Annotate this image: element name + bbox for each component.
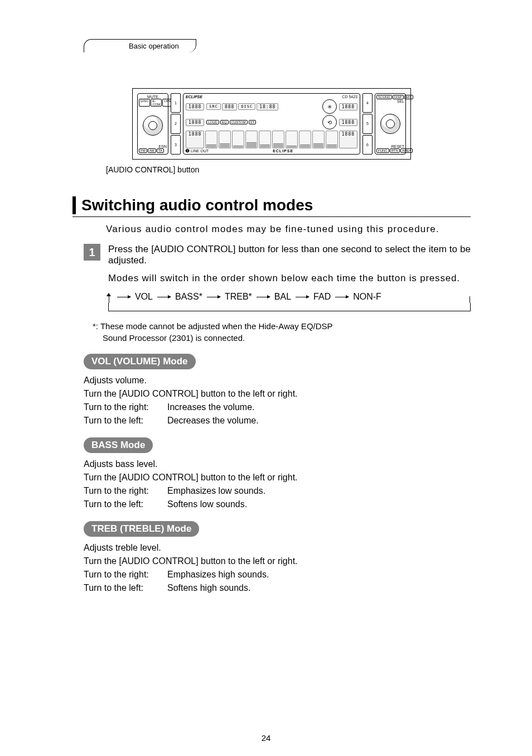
footnote: *: These mode cannot be adjusted when th…	[93, 320, 471, 344]
ta-button: TA	[157, 148, 164, 153]
model-number: CD 5423	[342, 95, 357, 99]
am-button: AM	[148, 148, 156, 153]
flow-fad: FAD	[313, 292, 331, 302]
func-button: FUNC	[376, 148, 389, 153]
lcd-right-2: 1888	[339, 119, 357, 126]
treb-right-label: Turn to the right:	[84, 568, 167, 581]
bass-left-value: Softens low sounds.	[167, 498, 247, 511]
rtn-button: RTN	[390, 148, 400, 153]
sun-icon: ✳	[322, 99, 337, 114]
treb-left-value: Softens high sounds.	[167, 581, 250, 595]
treb-turn: Turn the [AUDIO CONTROL] button to the l…	[84, 555, 471, 568]
lcd-time: 18:88	[257, 103, 278, 110]
sound-button: SOUND	[376, 95, 392, 99]
arrow-icon	[157, 297, 171, 297]
treb-mode-body: Adjusts treble level. Turn the [AUDIO CO…	[84, 541, 471, 595]
lcd-left-3: 1888	[186, 131, 204, 148]
esn-label: ESN	[139, 145, 167, 148]
preset-1: 1	[171, 93, 181, 113]
ecom-button: E-COM	[151, 99, 162, 107]
vol-left-label: Turn to the left:	[84, 414, 167, 427]
reset-label: RESET	[376, 145, 404, 148]
tag-custom: CUSTOM	[230, 120, 248, 124]
tag-st: ST	[249, 120, 257, 124]
vol-left-value: Decreases the volume.	[167, 414, 259, 427]
flow-return-line	[108, 303, 471, 311]
fm-button: FM	[139, 148, 147, 153]
vol-mode-title: VOL (VOLUME) Mode	[84, 354, 196, 369]
preset-3: 3	[171, 135, 181, 155]
section-intro: Various audio control modes may be fine-…	[106, 224, 471, 235]
tag-loud: LOUD	[206, 120, 219, 124]
treb-mode-title: TREB (TREBLE) Mode	[84, 521, 199, 537]
diagram-caption: [AUDIO CONTROL] button	[106, 165, 471, 174]
step-1: 1 Press the [AUDIO CONTROL] button for l…	[84, 244, 471, 266]
vol-adjusts: Adjusts volume.	[84, 374, 471, 387]
lcd-left-2: 1888	[186, 119, 204, 126]
treb-adjusts: Adjusts treble level.	[84, 541, 471, 555]
flow-bal: BAL	[274, 292, 291, 302]
bass-turn: Turn the [AUDIO CONTROL] button to the l…	[84, 471, 471, 484]
mute-label: MUTE	[139, 95, 167, 99]
vol-right-label: Turn to the right:	[84, 401, 167, 414]
page-number: 24	[0, 733, 532, 743]
center-panel: ECLIPSE CD 5423 1888 SRC 888 DISC 18:88 …	[183, 93, 360, 155]
arrow-up-icon	[107, 293, 111, 296]
bass-right-value: Emphasizes low sounds.	[167, 484, 265, 498]
arrow-icon	[117, 297, 130, 297]
preset-6: 6	[362, 135, 373, 155]
arrow-icon	[335, 297, 349, 297]
preset-4: 4	[362, 93, 373, 113]
mode-flow: VOL BASS* TREB* BAL FAD NON-F	[108, 292, 471, 311]
arrow-icon	[207, 297, 220, 297]
line-out-label: LINE OUT	[191, 149, 209, 153]
flow-bass: BASS*	[175, 292, 202, 302]
lcd-left-1: 1888	[186, 103, 204, 110]
brand-top-left: ECLIPSE	[186, 95, 202, 99]
vol-turn: Turn the [AUDIO CONTROL] button to the l…	[84, 387, 471, 401]
flow-treb: TREB*	[225, 292, 252, 302]
lcd-right-3: 1888	[339, 131, 357, 148]
arrow-icon	[257, 297, 270, 297]
step-instruction: Press the [AUDIO CONTROL] button for les…	[108, 244, 471, 266]
left-dial	[143, 115, 163, 136]
mix-button: MIX	[404, 95, 414, 99]
bass-mode-body: Adjusts bass level. Turn the [AUDIO CONT…	[84, 458, 471, 511]
right-dial	[380, 114, 400, 134]
treb-left-label: Turn to the left:	[84, 581, 167, 595]
sel-label: SEL	[376, 99, 404, 103]
treb-right-value: Emphasizes high sounds.	[167, 568, 269, 581]
preset-2: 2	[171, 114, 181, 133]
flow-vol: VOL	[135, 292, 153, 302]
arrow-icon	[296, 297, 309, 297]
disc-button: DISC	[139, 99, 150, 107]
lcd-right-1: 1888	[339, 103, 357, 110]
bass-mode-title: BASS Mode	[84, 437, 153, 453]
footnote-marker: *:	[93, 321, 98, 331]
lcd-src: SRC	[206, 103, 221, 110]
preset-right-column: 4 5 6	[362, 93, 373, 155]
bass-right-label: Turn to the right:	[84, 484, 167, 498]
footnote-line1: These mode cannot be adjusted when the H…	[100, 321, 333, 331]
device-diagram: MUTE DISC E-COM OPEN ESN FM AM TA 1	[132, 88, 411, 160]
section-name: Basic operation	[84, 39, 196, 52]
tag-eq: EQ	[220, 120, 229, 124]
lcd-mid: 888	[222, 103, 237, 110]
area-button: AREA	[400, 148, 413, 153]
lcd-disc: DISC	[238, 103, 255, 110]
disp-button: DISP	[393, 95, 404, 99]
nav-icon: ⟲	[322, 115, 337, 129]
vol-mode-body: Adjusts volume. Turn the [AUDIO CONTROL]…	[84, 374, 471, 427]
header-tab: Basic operation	[84, 39, 471, 55]
bass-adjusts: Adjusts bass level.	[84, 458, 471, 471]
flow-nonf: NON-F	[353, 292, 381, 302]
preset-5: 5	[362, 114, 373, 133]
section-title: Switching audio control modes	[81, 196, 471, 214]
step-number: 1	[84, 244, 100, 261]
section-rule	[72, 216, 471, 217]
footnote-line2: Sound Processor (2301) is connected.	[103, 332, 471, 344]
bass-left-label: Turn to the left:	[84, 498, 167, 511]
preset-left-column: 1 2 3	[171, 93, 181, 155]
section-heading: Switching audio control modes	[72, 196, 471, 214]
brand-bottom: ECLIPSE	[273, 149, 293, 153]
